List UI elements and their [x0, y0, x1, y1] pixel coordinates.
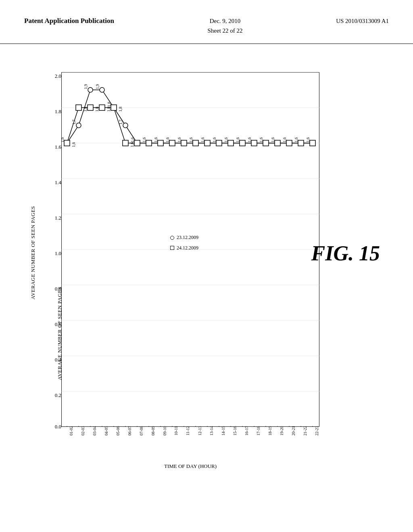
x-tick-14: 15-16: [233, 426, 237, 435]
svg-rect-39: [134, 140, 140, 146]
svg-text:1,6: 1,6: [200, 137, 205, 143]
x-tick-3: 04-05: [104, 426, 108, 435]
svg-text:1,8: 1,8: [83, 107, 88, 112]
y-tick-18: 1.8: [49, 108, 61, 115]
svg-rect-34: [76, 105, 81, 110]
svg-text:1,6: 1,6: [130, 137, 135, 143]
svg-rect-50: [263, 140, 269, 146]
svg-text:1,6: 1,6: [224, 137, 228, 143]
svg-rect-36: [99, 105, 105, 110]
x-tick-16: 17-18: [256, 426, 261, 435]
svg-rect-49: [251, 140, 257, 146]
svg-text:1,7: 1,7: [72, 120, 76, 125]
svg-text:1,6: 1,6: [154, 137, 158, 143]
x-tick-19: 20-21: [291, 426, 296, 435]
svg-point-12: [76, 123, 81, 128]
y-tick-08: 0.8: [49, 286, 61, 292]
svg-text:1,9: 1,9: [95, 84, 100, 89]
main-content: AVERAGE NUMBER OF SEEN PAGES 2.0 1.8 1.6…: [0, 44, 413, 532]
svg-text:1,6: 1,6: [271, 137, 275, 143]
svg-text:1,6: 1,6: [71, 142, 76, 148]
x-tick-6: 07-08: [139, 426, 144, 435]
svg-rect-52: [286, 140, 292, 146]
svg-point-16: [123, 123, 128, 128]
svg-text:1,6: 1,6: [130, 142, 134, 148]
svg-text:1,8: 1,8: [95, 107, 99, 112]
legend-item-2: 24.12.2009: [170, 244, 198, 253]
svg-rect-48: [240, 140, 245, 146]
svg-text:1,6: 1,6: [177, 137, 181, 143]
legend: 23.12.2009 24.12.2009: [170, 233, 198, 254]
header-center: Dec. 9, 2010 Sheet 22 of 22: [207, 16, 242, 35]
svg-text:1,6: 1,6: [247, 137, 252, 143]
x-tick-9: 10-11: [174, 426, 178, 436]
svg-text:1,7: 1,7: [119, 120, 123, 125]
svg-rect-44: [193, 140, 198, 146]
svg-text:1,8: 1,8: [107, 102, 111, 107]
figure-label: FIG. 15: [311, 241, 380, 265]
svg-text:1,6: 1,6: [189, 137, 193, 143]
y-tick-10: 1.0: [49, 250, 61, 257]
x-tick-12: 13-14: [209, 426, 214, 435]
x-tick-17: 18-19: [268, 426, 272, 435]
svg-rect-46: [216, 140, 222, 146]
x-tick-7: 08-09: [151, 426, 155, 435]
x-tick-11: 12-13: [198, 426, 202, 435]
y-tick-02: 0.2: [49, 392, 61, 399]
svg-rect-41: [158, 140, 163, 146]
svg-rect-45: [204, 140, 210, 146]
svg-rect-38: [123, 140, 128, 146]
y-tick-04: 0.4: [49, 357, 61, 363]
svg-text:1,6: 1,6: [61, 137, 65, 143]
y-tick-00: 0.0: [49, 424, 61, 430]
y-tick-16: 1.6: [49, 144, 61, 150]
x-tick-4: 05-06: [116, 426, 120, 435]
svg-text:1,8: 1,8: [118, 107, 123, 112]
svg-point-14: [100, 87, 104, 92]
x-tick-5: 06-07: [127, 426, 132, 435]
legend-item-1: 23.12.2009: [170, 233, 198, 242]
svg-rect-43: [181, 140, 187, 146]
publication-date: Dec. 9, 2010: [210, 18, 241, 24]
x-tick-15: 16-17: [244, 426, 249, 435]
y-tick-20: 2.0: [49, 73, 61, 79]
x-tick-10: 11-12: [186, 426, 190, 436]
svg-text:1,6: 1,6: [306, 137, 310, 143]
x-tick-18: 19-20: [280, 426, 284, 435]
svg-text:1,6: 1,6: [212, 137, 217, 143]
patent-number: US 2010/0313009 A1: [336, 16, 389, 26]
x-tick-13: 14-15: [221, 426, 225, 435]
page-header: Patent Application Publication Dec. 9, 2…: [0, 0, 413, 44]
x-tick-1: 02-03: [81, 426, 85, 435]
x-tick-21: 22-23: [315, 426, 319, 435]
svg-rect-33: [64, 140, 70, 146]
legend-circle-icon: [170, 236, 174, 240]
svg-text:1,8: 1,8: [106, 107, 111, 112]
svg-text:1,6: 1,6: [259, 137, 263, 143]
y-tick-06: 0.6: [49, 321, 61, 328]
svg-text:1,6: 1,6: [165, 137, 170, 143]
svg-rect-47: [228, 140, 234, 146]
legend-label-1: 23.12.2009: [177, 233, 198, 242]
x-tick-20: 21-22: [303, 426, 307, 435]
svg-rect-37: [111, 105, 117, 110]
svg-text:1,6: 1,6: [236, 137, 240, 143]
legend-square-icon: [170, 246, 174, 250]
x-tick-0: 01-02: [69, 426, 73, 435]
x-axis-label: TIME OF DAY (HOUR): [61, 463, 319, 470]
svg-text:1,6: 1,6: [294, 137, 298, 143]
svg-rect-40: [146, 140, 152, 146]
sheet-number: Sheet 22 of 22: [207, 27, 242, 34]
chart-wrapper: AVERAGE NUMBER OF SEEN PAGES 2.0 1.8 1.6…: [25, 56, 388, 515]
svg-rect-35: [88, 105, 93, 110]
svg-rect-53: [298, 140, 304, 146]
publication-title: Patent Application Publication: [24, 16, 114, 26]
y-tick-14: 1.4: [49, 179, 61, 186]
y-tick-12: 1.2: [49, 215, 61, 221]
svg-text:1,9: 1,9: [83, 84, 88, 89]
x-tick-2: 03-04: [92, 426, 97, 435]
svg-rect-42: [169, 140, 175, 146]
y-axis-label-text: AVERAGE NUMBER OF SEEN PAGES: [30, 148, 36, 357]
svg-rect-54: [310, 140, 315, 146]
legend-label-2: 24.12.2009: [177, 244, 198, 253]
